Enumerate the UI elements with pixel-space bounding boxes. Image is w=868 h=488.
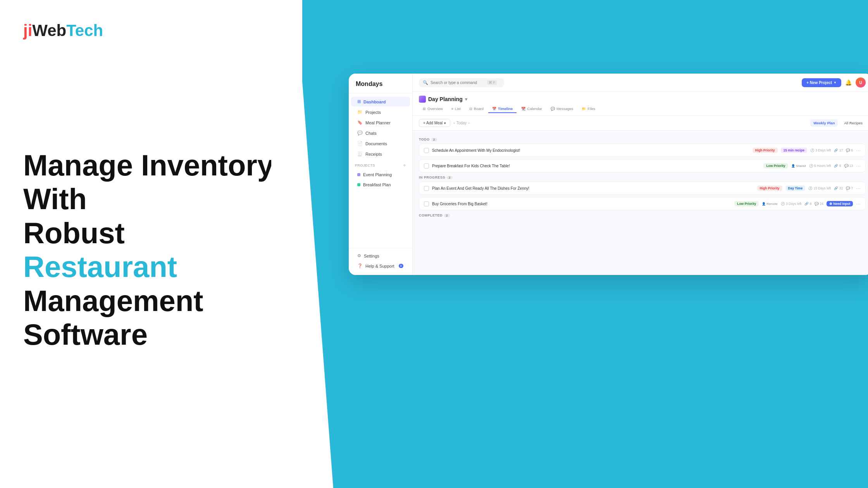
- task-meta: 🕐 5 Hours left 🔗 8 💬 13: [809, 164, 853, 168]
- topbar: 🔍 ⌘ F + New Project ▼ 🔔 U: [413, 74, 868, 92]
- task-name: Schedule An Appointment With My Endocrin…: [432, 148, 749, 153]
- task-badge-low-priority: Low Priority: [734, 201, 759, 206]
- sidebar-label-event-planning: Event Planning: [363, 172, 392, 177]
- hero-text: Manage Inventory With Robust Restaurant …: [23, 148, 279, 351]
- logo-ji: ji: [23, 21, 32, 40]
- add-meal-dropdown-icon: ▾: [444, 121, 446, 125]
- task-badge-recipe: 15 min recipe: [781, 148, 807, 153]
- tab-calendar[interactable]: 📆 Calendar: [517, 105, 546, 113]
- help-badge: 8: [399, 264, 403, 268]
- task-more-button[interactable]: ···: [856, 147, 861, 153]
- app-card: Mondays ⊞ Dashboard 📁 Projects 🔖 Meal Pl…: [349, 74, 868, 275]
- chats-icon: 💬: [357, 131, 363, 136]
- sidebar-item-help[interactable]: ❓ Help & Support 8: [351, 261, 410, 271]
- dropdown-icon: ▼: [834, 81, 837, 84]
- sidebar-item-dashboard[interactable]: ⊞ Dashboard: [351, 97, 410, 107]
- task-name: Plan An Event And Get Ready All The Dish…: [432, 186, 754, 191]
- project-title: Day Planning ▾: [419, 96, 866, 103]
- task-row[interactable]: Plan An Event And Get Ready All The Dish…: [419, 182, 866, 195]
- overview-icon: ⊞: [423, 107, 426, 111]
- sidebar-brand: Mondays: [349, 81, 412, 93]
- search-icon: 🔍: [423, 80, 428, 85]
- left-panel: jiWebTech Manage Inventory With Robust R…: [0, 0, 302, 488]
- task-more-button[interactable]: ···: [856, 163, 861, 169]
- dashboard-icon: ⊞: [357, 99, 361, 104]
- sidebar-label-meal-planner: Meal Planner: [365, 120, 391, 125]
- task-row[interactable]: Prepare Breakfast For Kids Check The Tab…: [419, 159, 866, 172]
- sidebar-item-settings[interactable]: ⚙ Settings: [351, 251, 410, 261]
- task-badge-shared: 👤 Shared: [791, 164, 806, 168]
- sidebar-item-breakfast-plan[interactable]: Breakfast Plan: [351, 180, 410, 189]
- add-meal-button[interactable]: + Add Meal ▾: [419, 119, 450, 127]
- main-content: 🔍 ⌘ F + New Project ▼ 🔔 U Day Planning ▾: [413, 74, 868, 275]
- today-label[interactable]: Today: [456, 121, 467, 125]
- sidebar-label-projects: Projects: [365, 110, 381, 115]
- files-icon: 📁: [582, 107, 586, 111]
- logo-web: Web: [32, 21, 66, 40]
- sidebar-item-documents[interactable]: 📄 Documents: [351, 139, 410, 148]
- task-checkbox[interactable]: [424, 201, 429, 206]
- hero-heading: Manage Inventory With Robust Restaurant …: [23, 148, 279, 351]
- task-more-button[interactable]: ···: [856, 185, 861, 191]
- task-checkbox[interactable]: [424, 186, 429, 191]
- receipts-icon: 🧾: [357, 151, 363, 156]
- tab-messages[interactable]: 💬 Messages: [547, 105, 577, 113]
- task-badge-daytime: Day Time: [785, 186, 806, 191]
- prev-date-button[interactable]: ‹: [453, 121, 455, 125]
- tab-list[interactable]: ≡ List: [448, 105, 465, 113]
- task-badge-remote: 👤 Remote: [762, 202, 777, 206]
- sidebar-label-dashboard: Dashboard: [363, 100, 386, 104]
- project-title-icon: [419, 96, 426, 103]
- tab-board[interactable]: ⊟ Board: [465, 105, 487, 113]
- project-header: Day Planning ▾ ⊞ Overview ≡ List ⊟ Board: [413, 92, 868, 116]
- date-nav: ‹ Today ›: [453, 121, 469, 125]
- logo-tech: Tech: [66, 21, 103, 40]
- task-meta: 🕐 3 Days left 🔗 17 💬 6: [810, 148, 853, 152]
- all-recipes-button[interactable]: All Recipes: [841, 119, 866, 127]
- list-icon: ≡: [451, 107, 453, 111]
- task-count2: 💬 7: [846, 186, 853, 190]
- tab-files[interactable]: 📁 Files: [578, 105, 599, 113]
- search-input[interactable]: [431, 81, 485, 85]
- add-project-button[interactable]: +: [403, 162, 406, 168]
- task-badge-high-priority: High Priority: [757, 186, 782, 191]
- task-more-button[interactable]: ···: [856, 201, 861, 207]
- sidebar-label-help: Help & Support: [365, 264, 394, 268]
- task-name: Buy Groceries From Big Basket!: [432, 202, 731, 206]
- search-bar[interactable]: 🔍 ⌘ F: [419, 78, 504, 87]
- task-name: Prepare Breakfast For Kids Check The Tab…: [432, 164, 760, 168]
- toolbar: + Add Meal ▾ ‹ Today › Weekly Plan All R…: [413, 116, 868, 131]
- next-date-button[interactable]: ›: [468, 121, 469, 125]
- event-planning-dot: [357, 173, 360, 176]
- project-dropdown-icon[interactable]: ▾: [465, 97, 467, 102]
- task-checkbox[interactable]: [424, 148, 429, 153]
- task-meta: 🕐 3 Days left 🔗 8 💬 24: [781, 202, 823, 206]
- nav-tabs: ⊞ Overview ≡ List ⊟ Board 📅 Timeline: [419, 105, 866, 113]
- task-list: TODO 2 Schedule An Appointment With My E…: [413, 131, 868, 275]
- notification-bell-icon[interactable]: 🔔: [845, 79, 852, 86]
- task-hours-left: 🕐 5 Hours left: [809, 164, 831, 168]
- in-progress-section-header: IN PROGRESS 2: [419, 175, 866, 179]
- breakfast-plan-dot: [357, 183, 360, 186]
- new-project-button[interactable]: + New Project ▼: [802, 78, 841, 87]
- task-row[interactable]: Buy Groceries From Big Basket! Low Prior…: [419, 197, 866, 210]
- task-checkbox[interactable]: [424, 163, 429, 168]
- messages-icon: 💬: [551, 107, 555, 111]
- weekly-plan-button[interactable]: Weekly Plan: [810, 119, 838, 127]
- tab-overview[interactable]: ⊞ Overview: [419, 105, 447, 113]
- sidebar-item-projects[interactable]: 📁 Projects: [351, 107, 410, 117]
- tab-timeline[interactable]: 📅 Timeline: [488, 105, 517, 113]
- projects-section-label: Projects +: [349, 159, 412, 170]
- documents-icon: 📄: [357, 141, 363, 146]
- todo-section-header: TODO 2: [419, 137, 866, 141]
- meal-planner-icon: 🔖: [357, 120, 363, 125]
- task-days-left: 🕐 3 Days left: [781, 202, 802, 206]
- sidebar-item-chats[interactable]: 💬 Chats: [351, 128, 410, 138]
- sidebar-item-meal-planner[interactable]: 🔖 Meal Planner: [351, 118, 410, 127]
- task-count2: 💬 13: [844, 164, 853, 168]
- sidebar-item-receipts[interactable]: 🧾 Receipts: [351, 149, 410, 159]
- sidebar-item-event-planning[interactable]: Event Planning: [351, 170, 410, 179]
- task-count1: 🔗 32: [834, 186, 843, 190]
- task-count2: 💬 6: [846, 148, 853, 152]
- task-row[interactable]: Schedule An Appointment With My Endocrin…: [419, 144, 866, 157]
